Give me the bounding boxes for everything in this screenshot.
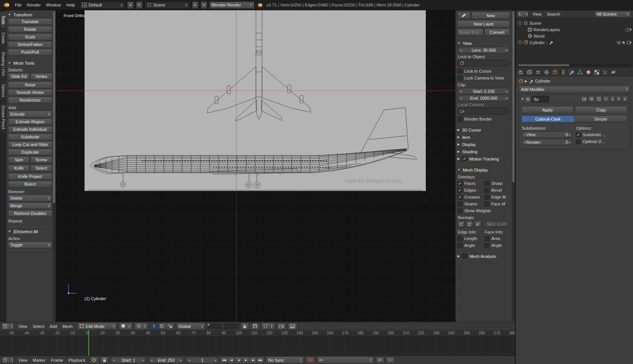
outliner-row-renderlayers[interactable]: RenderLayers | — [518, 26, 631, 33]
scale-manipulator-button[interactable] — [166, 323, 174, 330]
tab-render[interactable] — [517, 68, 525, 76]
menu-item[interactable]: View — [16, 358, 30, 362]
active-keying-set-field[interactable]: ▲▼ — [317, 356, 374, 364]
record-button[interactable] — [306, 357, 315, 364]
overlay-checkbox[interactable] — [484, 202, 489, 207]
action-toggle-dropdown[interactable]: Toggle ▲▼ — [8, 242, 52, 248]
menu-item[interactable]: Help — [64, 3, 78, 7]
menu-item[interactable]: Select — [30, 324, 47, 329]
tool-button[interactable]: Subdivide — [8, 134, 52, 140]
outliner-editor-type-button[interactable]: ▲▼ — [518, 11, 528, 17]
lens-field[interactable]: ◀Lens: 35.000▶ — [457, 47, 510, 53]
lock-object-field[interactable] — [457, 60, 510, 67]
render-engine-dropdown[interactable]: Blender Render ▲▼ — [209, 2, 254, 9]
optimal-display-checkbox[interactable] — [576, 139, 581, 144]
outliner-row-scene[interactable]: − Scene — [518, 20, 631, 26]
lock-to-cursor-row[interactable]: Lock to Cursor — [457, 68, 510, 75]
current-frame-cursor[interactable] — [88, 330, 89, 356]
panel-header-mesh-display[interactable]: ▼ Mesh Display — [457, 166, 510, 173]
visibility-eye-icon[interactable] — [617, 41, 621, 44]
toolshelf-tab[interactable]: Create — [0, 29, 6, 48]
render-border-checkbox[interactable] — [457, 117, 462, 122]
overlay-checkbox-row[interactable]: Sharp — [484, 180, 510, 187]
tool-button[interactable]: Randomize — [8, 97, 52, 103]
timeline-track-area[interactable] — [0, 336, 515, 356]
opengl-render-anim-button[interactable] — [288, 323, 297, 330]
render-restrict-icon[interactable] — [627, 41, 631, 44]
edge-length-row[interactable]: Length — [457, 235, 483, 242]
rotate-manipulator-button[interactable] — [158, 323, 166, 330]
panel-header-transform[interactable]: ▼ Transform — [8, 11, 52, 18]
knife-select-button[interactable]: Select — [30, 165, 52, 172]
copy-modifier-button[interactable]: Copy — [575, 106, 627, 113]
jump-to-start-button[interactable]: |◀◀ — [220, 357, 228, 364]
jump-to-end-button[interactable]: ▶▶| — [256, 357, 264, 364]
tool-button[interactable]: Extrude Individual — [8, 126, 52, 133]
modifier-editmode-toggle[interactable] — [595, 96, 602, 102]
overlay-checkbox[interactable] — [457, 202, 462, 207]
edge-length-checkbox[interactable] — [457, 236, 462, 241]
overlay-checkbox[interactable] — [484, 188, 489, 193]
subdivisions-view-field[interactable]: ◀ View: 0 ▶ — [521, 131, 573, 138]
collapsed-panel-header[interactable]: ▶Shading — [457, 148, 510, 155]
subdivide-uv-checkbox[interactable] — [576, 132, 581, 137]
collapsed-panel-header[interactable]: ▶3D Cursor — [457, 126, 510, 134]
gp-new-layer-button[interactable]: New Layer — [457, 20, 510, 27]
face-angle-row[interactable]: Angle — [484, 242, 510, 249]
render-border-row[interactable]: Render Border — [457, 116, 510, 122]
menu-item[interactable]: Frame — [48, 358, 66, 362]
tool-button[interactable]: Bisect — [8, 181, 52, 188]
knife-button[interactable]: Knife — [8, 165, 30, 172]
mode-dropdown[interactable]: Edit Mode ▲▼ — [77, 323, 117, 330]
apply-modifier-button[interactable]: Apply — [521, 106, 574, 113]
outliner-scope-dropdown[interactable]: All Scenes ▲▼ — [595, 11, 631, 17]
clip-start-field[interactable]: ◀Start: 0.100▶ — [457, 88, 510, 94]
timeline-editor-type-button[interactable]: ▲▼ — [2, 357, 14, 364]
add-screen-layout-button[interactable]: + — [127, 2, 134, 9]
insert-keyframe-button[interactable] — [376, 357, 384, 364]
modifier-render-toggle[interactable] — [581, 96, 588, 102]
catmull-clark-option[interactable]: Catmull-Clark — [521, 115, 575, 122]
opengl-render-button[interactable] — [277, 323, 286, 330]
subdivisions-render-field[interactable]: ◀ Render: 2 ▶ — [521, 139, 573, 145]
modifier-move-up-button[interactable]: ▲ — [610, 96, 615, 102]
play-button[interactable]: ▶ — [242, 357, 249, 364]
delete-keyframe-button[interactable] — [386, 357, 395, 364]
tab-material[interactable] — [584, 68, 592, 76]
face-angle-checkbox[interactable] — [484, 243, 489, 248]
timeline-ruler[interactable]: -50-40-30-20-100102030405060708090100110… — [0, 330, 515, 336]
overlay-checkbox[interactable] — [457, 195, 462, 200]
sync-dropdown[interactable]: No Sync ▲▼ — [266, 356, 304, 364]
tab-world[interactable] — [542, 68, 550, 76]
layers-widget[interactable] — [207, 323, 239, 329]
previous-keyframe-button[interactable]: |◀ — [227, 357, 235, 364]
lock-to-scene-button[interactable] — [241, 323, 249, 330]
menu-item[interactable]: View — [16, 324, 30, 329]
gp-new-button[interactable]: New — [472, 12, 510, 19]
face-area-checkbox[interactable] — [484, 236, 489, 241]
toolshelf-tab[interactable]: Grease Pencil — [0, 102, 6, 133]
tool-button[interactable]: Push/Pull — [8, 49, 52, 56]
add-scene-button[interactable]: + — [192, 2, 198, 9]
simple-option[interactable]: Simple — [574, 115, 628, 122]
lock-to-cursor-checkbox[interactable] — [457, 69, 462, 74]
panel-header-deselect-all[interactable]: ▼ (De)select All — [8, 228, 52, 235]
menu-item[interactable]: Render — [24, 3, 43, 7]
gp-pencil-button[interactable] — [457, 12, 470, 19]
overlay-checkbox-row[interactable]: Face M — [484, 200, 510, 207]
vertex-normals-toggle[interactable] — [457, 221, 465, 227]
delete-dropdown[interactable]: Delete ▲▼ — [8, 195, 52, 202]
frame-end-field[interactable]: ◀ End: 250 ▶ — [148, 357, 184, 363]
extrude-dropdown[interactable]: Extrude ▲▼ — [8, 111, 52, 118]
selectability-cursor-icon[interactable] — [622, 41, 626, 45]
overlay-checkbox-row[interactable]: Bevel — [484, 187, 510, 194]
clip-end-field[interactable]: ◀End: 1000.000▶ — [457, 95, 510, 101]
overlay-checkbox[interactable] — [457, 188, 462, 193]
tool-button[interactable]: Extrude Region — [8, 118, 52, 125]
snap-toggle-button[interactable] — [251, 323, 259, 330]
tab-scene[interactable] — [534, 68, 542, 76]
tool-button[interactable]: Loop Cut and Slide — [8, 141, 52, 148]
play-reverse-button[interactable]: ◀ — [235, 357, 242, 364]
render-restrict-icon[interactable] — [627, 28, 631, 31]
modifier-move-down-button[interactable]: ▼ — [616, 96, 622, 102]
